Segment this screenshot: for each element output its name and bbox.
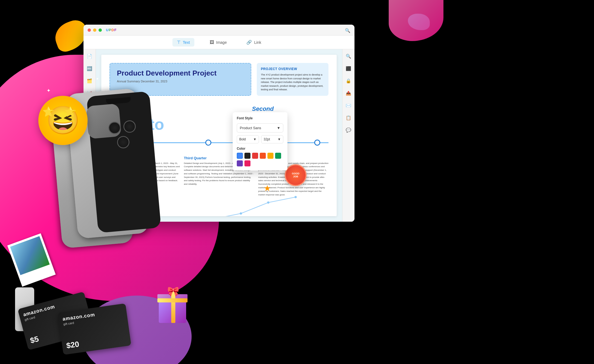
swatch-yellow[interactable] — [267, 153, 273, 159]
font-style-popup: Font Style Product Sans ▼ Bold ▼ 32pt ▼ … — [233, 112, 287, 171]
right-email-icon[interactable]: ✉️ — [344, 101, 353, 109]
svg-point-2 — [267, 201, 269, 204]
image-icon: 🖼 — [210, 40, 214, 45]
text-icon: ⊤ — [177, 40, 181, 45]
swatch-purple[interactable] — [237, 160, 243, 166]
right-share-icon[interactable]: 📤 — [344, 89, 353, 97]
popup-title: Font Style — [237, 116, 283, 120]
chart-svg — [214, 192, 301, 216]
svg-point-3 — [295, 196, 297, 198]
color-swatches — [237, 153, 283, 166]
sidebar-toc-icon[interactable]: 🗂️ — [85, 77, 94, 85]
swatch-pink[interactable] — [244, 160, 250, 166]
good-job-badge: GOOD JOB — [285, 164, 307, 186]
emoji-star-left: ⭐ — [42, 106, 54, 117]
window-controls[interactable] — [88, 28, 102, 32]
swatch-green[interactable] — [275, 153, 281, 159]
title-bar: UPDF — [83, 25, 354, 36]
search-icon-right[interactable]: 🔍 — [345, 28, 350, 33]
font-size-select[interactable]: 32pt ▼ — [261, 135, 283, 143]
right-sidebar: 🔍 ⬛ 🔒 📤 ✉️ 📋 💬 — [342, 49, 354, 222]
sidebar-text-icon[interactable]: 🔤 — [85, 64, 94, 73]
swatch-orange[interactable] — [260, 153, 266, 159]
good-job-text-2: JOB — [293, 175, 298, 178]
toolbar-link-label: Link — [254, 40, 261, 45]
pdf-overview-box: PROJECT OVERVIEW The XYZ product develop… — [257, 63, 328, 96]
overview-text: The XYZ product development project aims… — [261, 73, 324, 92]
font-style-select[interactable]: Bold ▼ — [237, 135, 259, 143]
toolbar-image[interactable]: 🖼 Image — [205, 38, 231, 47]
amazon-logo-2: amazon.com — [62, 312, 95, 322]
style-dropdown-icon: ▼ — [253, 137, 256, 141]
swatch-black[interactable] — [244, 153, 250, 159]
card2-amount: $20 — [66, 340, 80, 350]
card2-type: gift card — [63, 321, 74, 326]
sidebar-page-icon[interactable]: 📄 — [85, 52, 94, 60]
pdf-header: Product Development Project Annual Summa… — [109, 63, 328, 96]
right-comment-icon[interactable]: 💬 — [344, 126, 353, 134]
timeline-dot-2 — [205, 140, 211, 146]
font-name-value: Product Sans — [240, 126, 261, 130]
maximize-button[interactable] — [99, 28, 102, 32]
close-button[interactable] — [88, 28, 91, 32]
second-quarter-cursive: Second — [252, 105, 274, 112]
font-size-value: 32pt — [264, 137, 270, 141]
right-lock-icon[interactable]: 🔒 — [344, 77, 353, 85]
sparkle-2: ✦ — [47, 88, 51, 94]
font-dropdown-icon: ▼ — [277, 126, 280, 130]
sparkle-1: ✦ — [96, 77, 99, 81]
pdf-title: Product Development Project — [117, 69, 244, 77]
color-label: Color — [237, 147, 283, 151]
toolbar-image-label: Image — [216, 40, 227, 45]
gift-box: 🎀 — [159, 297, 188, 323]
swatch-blue[interactable] — [237, 153, 243, 159]
card1-amount: $5 — [29, 334, 40, 345]
minimize-button[interactable] — [93, 28, 96, 32]
font-name-select[interactable]: Product Sans ▼ — [237, 123, 283, 132]
toolbar: ⊤ Text 🖼 Image 🔗 Link 🔍 — [83, 36, 354, 49]
emoji-star-right: ⭐ — [64, 106, 76, 117]
right-scan-icon[interactable]: ⬛ — [344, 64, 353, 73]
overview-title: PROJECT OVERVIEW — [261, 67, 324, 71]
link-icon: 🔗 — [246, 40, 252, 45]
font-style-value: Bold — [239, 137, 246, 141]
orange-star: ★ — [264, 183, 271, 193]
style-row: Bold ▼ 32pt ▼ — [237, 135, 283, 143]
right-search-icon[interactable]: 🔍 — [344, 52, 353, 60]
swatch-red[interactable] — [252, 153, 258, 159]
timeline-dot-4 — [314, 140, 320, 146]
toolbar-text[interactable]: ⊤ Text — [172, 38, 194, 47]
svg-point-1 — [240, 212, 242, 215]
app-title: UPDF — [106, 28, 117, 32]
toolbar-link[interactable]: 🔗 Link — [242, 38, 266, 47]
size-dropdown-icon: ▼ — [278, 137, 281, 141]
right-clip-icon[interactable]: 📋 — [344, 114, 353, 122]
toolbar-text-label: Text — [183, 40, 190, 45]
emoji-face: 😆 — [38, 96, 88, 145]
pdf-subtitle: Annual Summary December 31, 2023 — [117, 80, 244, 83]
good-job-text-1: GOOD — [292, 172, 299, 175]
